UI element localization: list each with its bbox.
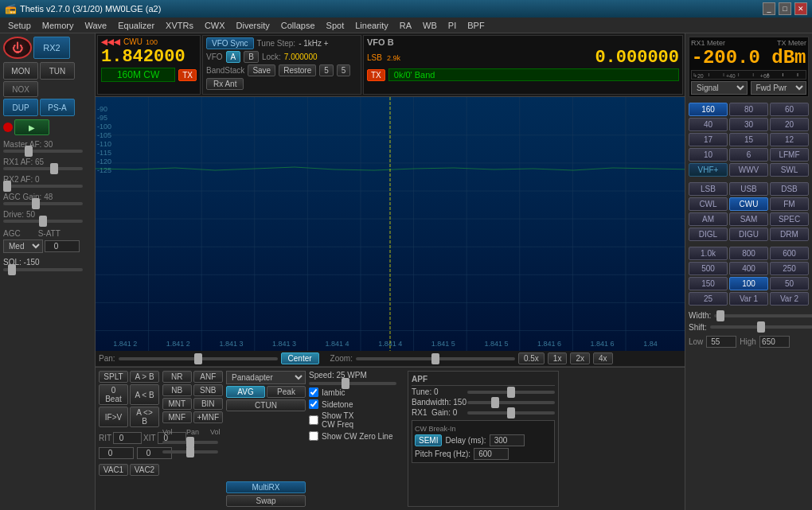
filter-50-button[interactable]: 50 bbox=[770, 277, 809, 290]
mode-lsb-button[interactable]: LSB bbox=[689, 182, 728, 196]
meter-fwd-pwr-select[interactable]: Fwd PwrRef Pwr bbox=[751, 81, 807, 95]
menu-wb[interactable]: WB bbox=[418, 19, 442, 32]
mode-usb-button[interactable]: USB bbox=[729, 182, 768, 196]
bs6-button[interactable]: 5 bbox=[337, 64, 351, 76]
mnt-button[interactable]: MNT bbox=[162, 398, 192, 410]
rit-val-input[interactable] bbox=[99, 447, 134, 459]
menu-pi[interactable]: PI bbox=[443, 19, 461, 32]
minimize-button[interactable]: _ bbox=[763, 2, 775, 15]
zoom-2x-button[interactable]: 2x bbox=[570, 352, 590, 364]
menu-wave[interactable]: Wave bbox=[80, 19, 111, 32]
mode-dsb-button[interactable]: DSB bbox=[770, 182, 809, 196]
zoom-slider[interactable] bbox=[356, 357, 515, 360]
band-6-button[interactable]: 6 bbox=[729, 148, 768, 162]
beat-button[interactable]: 0 Beat bbox=[99, 384, 128, 405]
filter-var1-button[interactable]: Var 1 bbox=[729, 292, 768, 306]
agc-mode-select[interactable]: MedFastSlowLong bbox=[3, 239, 43, 253]
ctun-button[interactable]: CTUN bbox=[226, 399, 306, 411]
rx2-af-slider[interactable] bbox=[3, 185, 83, 188]
vfo-a-tx-button[interactable]: TX bbox=[178, 69, 197, 81]
band-60-button[interactable]: 60 bbox=[770, 103, 809, 116]
drive-slider[interactable] bbox=[3, 220, 83, 223]
band-swl-button[interactable]: SWL bbox=[770, 163, 809, 177]
show-tx-checkbox[interactable] bbox=[309, 415, 318, 425]
mon-button[interactable]: MON bbox=[3, 62, 38, 80]
menu-spot[interactable]: Spot bbox=[322, 19, 349, 32]
band-15-button[interactable]: 15 bbox=[729, 133, 768, 146]
menu-xvtrs[interactable]: XVTRs bbox=[161, 19, 198, 32]
rit-input[interactable] bbox=[113, 432, 142, 444]
band-vhf-button[interactable]: VHF+ bbox=[689, 163, 728, 177]
vfo-a-frequency[interactable]: 1.842000 bbox=[101, 47, 197, 67]
show-cw-zero-checkbox[interactable] bbox=[309, 431, 318, 441]
zoom-1x-button[interactable]: 1x bbox=[548, 352, 568, 364]
band-12-button[interactable]: 12 bbox=[770, 133, 809, 146]
menu-diversity[interactable]: Diversity bbox=[232, 19, 275, 32]
filter-400-button[interactable]: 400 bbox=[729, 262, 768, 275]
mnf-button[interactable]: MNF bbox=[162, 411, 192, 423]
nr-button[interactable]: NR bbox=[162, 371, 192, 383]
avg-button[interactable]: AVG bbox=[226, 386, 265, 398]
menu-bpf[interactable]: BPF bbox=[463, 19, 489, 32]
panadapter-select[interactable]: Panadapter Waterfall bbox=[226, 371, 306, 384]
vfo-b-button[interactable]: B bbox=[244, 51, 259, 63]
zoom-05x-button[interactable]: 0.5x bbox=[518, 352, 545, 364]
speed-slider[interactable] bbox=[309, 382, 396, 385]
band-40-button[interactable]: 40 bbox=[689, 118, 728, 131]
filter-150-button[interactable]: 150 bbox=[689, 277, 728, 290]
filter-800-button[interactable]: 800 bbox=[729, 247, 768, 260]
menu-memory[interactable]: Memory bbox=[37, 19, 79, 32]
splt-button[interactable]: SPLT bbox=[99, 371, 128, 383]
a-b-button[interactable]: A > B bbox=[130, 371, 159, 383]
vfo-b-frequency[interactable]: 0.000000 bbox=[405, 48, 679, 68]
dup-button[interactable]: DUP bbox=[3, 99, 38, 116]
menu-equalizer[interactable]: Equalizer bbox=[113, 19, 159, 32]
menu-ra[interactable]: RA bbox=[395, 19, 416, 32]
width-slider[interactable] bbox=[714, 314, 812, 317]
iambic-checkbox[interactable] bbox=[309, 387, 318, 397]
save-button[interactable]: Save bbox=[248, 64, 275, 76]
psa-button[interactable]: PS-A bbox=[40, 99, 75, 116]
bs5-button[interactable]: 5 bbox=[319, 64, 334, 76]
rx2-button[interactable]: RX2 bbox=[33, 37, 70, 59]
rx1-af-slider[interactable] bbox=[3, 167, 83, 170]
menu-cwx[interactable]: CWX bbox=[200, 19, 230, 32]
power-button[interactable]: ⏻ bbox=[3, 37, 32, 59]
band-20-button[interactable]: 20 bbox=[770, 118, 809, 131]
filter-1k-button[interactable]: 1.0k bbox=[689, 247, 728, 260]
filter-25-button[interactable]: 25 bbox=[689, 292, 728, 306]
band-wwv-button[interactable]: WWV bbox=[729, 163, 768, 177]
apf-bw-slider[interactable] bbox=[467, 401, 555, 404]
filter-500-button[interactable]: 500 bbox=[689, 262, 728, 275]
menu-linearity[interactable]: Linearity bbox=[350, 19, 393, 32]
vol2-slider[interactable] bbox=[162, 450, 218, 454]
mode-cwl-button[interactable]: CWL bbox=[689, 197, 728, 211]
filter-var2-button[interactable]: Var 2 bbox=[770, 292, 809, 306]
mode-spec-button[interactable]: SPEC bbox=[770, 212, 809, 226]
band-160-button[interactable]: 160 bbox=[689, 103, 728, 116]
peak-button[interactable]: Peak bbox=[267, 386, 306, 398]
vfo-a-button[interactable]: A bbox=[226, 51, 241, 63]
rx-ant-button[interactable]: Rx Ant bbox=[206, 78, 244, 90]
s-att-input[interactable] bbox=[45, 240, 80, 252]
mode-digl-button[interactable]: DIGL bbox=[689, 228, 728, 241]
swap-button[interactable]: Swap bbox=[226, 495, 306, 507]
restore-button[interactable]: Restore bbox=[279, 64, 316, 76]
nb-button[interactable]: NB bbox=[162, 384, 192, 396]
menu-collapse[interactable]: Collapse bbox=[276, 19, 320, 32]
a-bc-button[interactable]: A < B bbox=[130, 384, 159, 405]
band-10-button[interactable]: 10 bbox=[689, 148, 728, 162]
mode-cwu-button[interactable]: CWU bbox=[729, 197, 768, 211]
apf-tune-slider[interactable] bbox=[467, 391, 555, 394]
filter-100-button[interactable]: 100 bbox=[729, 277, 768, 290]
a-bc2-button[interactable]: A <> B bbox=[130, 407, 159, 427]
filter-250-button[interactable]: 250 bbox=[770, 262, 809, 275]
agc-gain-slider[interactable] bbox=[3, 202, 83, 205]
mode-digu-button[interactable]: DIGU bbox=[729, 228, 768, 241]
mode-am-button[interactable]: AM bbox=[689, 212, 728, 226]
vol1-slider[interactable] bbox=[162, 441, 218, 444]
sidetone-checkbox[interactable] bbox=[309, 399, 318, 409]
center-button[interactable]: Center bbox=[281, 352, 319, 364]
master-af-slider[interactable] bbox=[3, 150, 83, 153]
menu-setup[interactable]: Setup bbox=[3, 19, 36, 32]
